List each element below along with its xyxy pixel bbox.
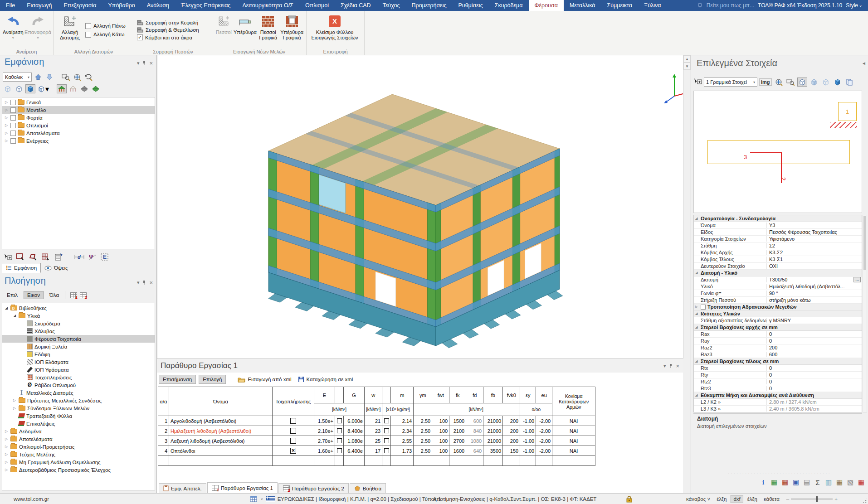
column-header[interactable]: γm [414, 387, 432, 403]
grid-green-icon[interactable]: ▦ [770, 478, 778, 486]
property-value[interactable]: Κ3-Σ2 [766, 250, 862, 255]
close-entry-sheet-button[interactable]: X Κλείσιμο Φύλλου Εισαγωγής Στοιχείων [309, 13, 360, 48]
tree-item[interactable]: ▷Μοντέλο [2, 106, 155, 114]
G-value[interactable]: 6.000e [344, 416, 365, 426]
E-value[interactable]: 2.70e+ [314, 436, 335, 446]
property-group-header[interactable]: ◢Εύκαμπτα Μήκη και Δυσκαμψίες ανά Διεύθυ… [694, 392, 862, 399]
menu-item-Οπλισμοί[interactable]: Οπλισμοί [299, 0, 335, 11]
grid-edit-icon[interactable]: ▦ [781, 478, 789, 486]
tree-expander-icon[interactable]: ▷ [4, 429, 9, 433]
close-icon[interactable]: × [149, 279, 153, 286]
m-value[interactable]: 2.34 [391, 426, 414, 436]
menu-item-Σχέδια CAD[interactable]: Σχέδια CAD [335, 0, 377, 11]
eu-value[interactable]: -2.00 [536, 436, 552, 446]
tell-me-label[interactable]: Πείτε μου πως μπ... [707, 2, 754, 9]
table-row[interactable]: 1Αργολιθοδομή (Ασβεστόλιθοι)1.50e+6.000e… [158, 416, 595, 426]
property-value[interactable]: Κ3-Σ1 [766, 257, 862, 262]
viewport-scrollbar[interactable]: ▲ ▼ [683, 55, 691, 359]
property-row[interactable]: ΌνομαΥ3 [694, 222, 862, 229]
property-row[interactable]: ΥλικόΗμιλαξευτή λιθοδομή (Ασβεστόλ... [694, 283, 862, 290]
nav-tree-item[interactable]: ØΡάβδοι Οπλισμού [2, 381, 155, 389]
zoom-plus[interactable]: + [834, 496, 838, 502]
caret-icon[interactable]: ◢ [695, 325, 699, 329]
column-header[interactable] [414, 403, 432, 416]
column-header[interactable]: fb [483, 387, 503, 403]
fk-value[interactable]: 2700 [449, 436, 466, 446]
eu-value[interactable]: -2.00 [536, 426, 552, 436]
flag-checkbox[interactable] [337, 418, 342, 423]
property-group-header[interactable]: ◢Ιδιότητες Υλικών [694, 310, 862, 317]
E-value[interactable]: 2.10e+ [314, 426, 335, 436]
infill-checkbox[interactable]: × [290, 448, 296, 454]
close-icon[interactable]: × [676, 363, 679, 369]
mortar-value[interactable]: ΝΑΙ [552, 446, 595, 456]
lintels-graphic-button[interactable]: Υπέρθυρα Γραφικά [280, 13, 303, 48]
w-value[interactable]: 23 [365, 426, 382, 436]
zoom-window-icon[interactable] [785, 78, 795, 87]
shaded-cube-icon[interactable] [809, 78, 819, 87]
nav-tree-item[interactable]: ▷Δευτεροβάθμιος Προσεισμικός Έλεγχος [2, 466, 155, 474]
info-icon[interactable]: i [759, 478, 767, 486]
w-value[interactable]: 21 [365, 416, 382, 426]
view-green-icon[interactable] [91, 84, 101, 93]
solid-cube-icon[interactable] [25, 84, 35, 93]
copy-grid-icon[interactable]: ▧ [846, 478, 854, 486]
nav-tree-item[interactable]: ▷Δεδομένα [2, 427, 155, 435]
wireframe-cube-icon[interactable] [3, 84, 13, 93]
select-add-icon[interactable] [4, 253, 13, 262]
e-modulus-icon[interactable]: E [101, 253, 109, 262]
eu-value[interactable]: -2.00 [536, 446, 552, 456]
w-value[interactable]: 25 [365, 436, 382, 446]
property-group-header[interactable]: ◢Στερεοί Βραχίονες αρχής σε mm [694, 324, 862, 331]
table-select-icon[interactable] [250, 496, 258, 502]
property-row[interactable]: L3 / K3 »2.40 m / 3605.8 kN/cm [694, 406, 862, 412]
fwt-value[interactable]: 100 [432, 416, 449, 426]
property-grid-scrollbar[interactable] [863, 215, 867, 412]
fvk0-value[interactable]: 150 [503, 446, 520, 456]
menu-item-Επεξεργασία[interactable]: Επεξεργασία [58, 0, 102, 11]
caret-icon[interactable]: ◢ [695, 217, 699, 220]
m-value[interactable]: 2.55 [391, 436, 414, 446]
nav-tree-item[interactable]: ▷Αποτελέσματα [2, 435, 155, 443]
ey-value[interactable]: -1.00 [520, 446, 536, 456]
toggle-έλξη[interactable]: έλξη [745, 495, 760, 503]
tab-display[interactable]: Εμφάνιση [2, 263, 41, 273]
nav-tree-item[interactable]: Σκυρόδεμα [2, 320, 155, 327]
pin-icon[interactable] [142, 61, 146, 66]
table-row[interactable]: 4Οπτόλινθοι×1.60e+6.400e171.732.50100160… [158, 446, 595, 456]
close-icon[interactable]: × [149, 60, 153, 67]
tree-expander-icon[interactable]: ▷ [4, 116, 9, 120]
tree-item[interactable]: ▷Γενικά [2, 98, 155, 106]
view-gray-icon[interactable] [79, 84, 89, 93]
E-value[interactable]: 1.60e+ [314, 446, 335, 456]
column-header[interactable]: fk [449, 387, 466, 403]
select-polygon-icon[interactable] [29, 253, 38, 262]
infill-checkbox[interactable] [290, 428, 296, 434]
collapse-panel-arrow[interactable]: ◄ [862, 61, 866, 66]
property-row[interactable]: Rtz30 [694, 385, 862, 392]
tree-expander-icon[interactable]: ▷ [4, 108, 9, 112]
G-value[interactable]: 6.400e [344, 446, 365, 456]
menu-item-Έλεγχος Επάρκειας[interactable]: Έλεγχος Επάρκειας [175, 0, 237, 11]
property-group-header[interactable]: ◢Διατομή - Υλικό [694, 270, 862, 276]
fk-value[interactable]: 2100 [449, 426, 466, 436]
dimension-icon[interactable]: d [74, 254, 84, 262]
properties-doc-icon[interactable] [54, 253, 63, 263]
property-value[interactable]: 0 [766, 379, 862, 384]
property-value[interactable]: 2.40 m / 3605.8 kN/cm [766, 406, 862, 412]
work-window-1-icon[interactable]: 1 [70, 292, 77, 298]
property-value[interactable]: Σ2 [766, 243, 862, 248]
w-value[interactable]: 17 [365, 446, 382, 456]
view-colored-icon[interactable] [57, 84, 67, 93]
tree-expander-icon[interactable]: ◢ [12, 314, 17, 318]
save-grid-icon[interactable]: ▣ [792, 478, 800, 486]
column-header[interactable]: o/oo [520, 403, 552, 416]
column-header[interactable]: G [344, 387, 365, 403]
fwt-value[interactable]: 100 [432, 446, 449, 456]
menu-item-Μεταλλικά[interactable]: Μεταλλικά [564, 0, 601, 11]
tree-item[interactable]: ▷Οπλισμοί [2, 121, 155, 129]
website-link[interactable]: www.tol.com.gr [14, 496, 49, 502]
img-button[interactable]: img [759, 78, 772, 86]
scroll-down-icon[interactable]: ▼ [683, 63, 691, 70]
change-section-button[interactable]: Αλλαγή Διατομής [56, 13, 83, 48]
